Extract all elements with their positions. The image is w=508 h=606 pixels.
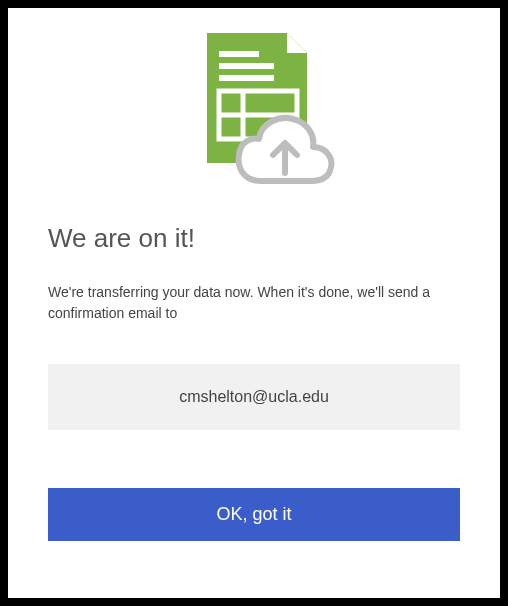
confirmation-dialog: We are on it! We're transferring your da…: [8, 8, 500, 598]
svg-rect-1: [219, 63, 274, 69]
confirmation-email-display: cmshelton@ucla.edu: [48, 364, 460, 430]
ok-got-it-button[interactable]: OK, got it: [48, 488, 460, 541]
svg-rect-0: [219, 51, 259, 57]
dialog-body-text: We're transferring your data now. When i…: [48, 282, 460, 324]
dialog-heading: We are on it!: [48, 223, 460, 254]
svg-rect-2: [219, 75, 274, 81]
document-cloud-upload-icon: [169, 33, 339, 193]
document-upload-illustration: [48, 28, 460, 223]
